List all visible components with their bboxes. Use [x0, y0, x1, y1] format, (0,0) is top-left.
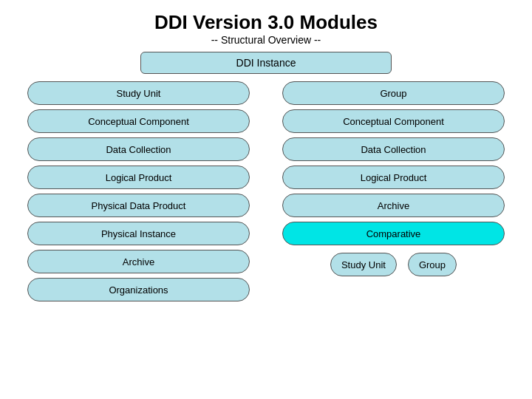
left-study-unit: Study Unit	[27, 81, 250, 105]
left-physical-data-product: Physical Data Product	[27, 194, 250, 217]
right-comparative: Comparative	[282, 222, 505, 245]
left-logical-product: Logical Product	[27, 166, 250, 189]
page-subtitle: -- Structural Overview --	[211, 34, 321, 46]
page-title: DDI Version 3.0 Modules	[154, 11, 378, 34]
left-physical-instance: Physical Instance	[27, 222, 250, 245]
ddi-instance-box: DDI Instance	[140, 52, 392, 74]
left-data-collection: Data Collection	[27, 137, 250, 161]
right-bottom-group: Group	[408, 253, 457, 276]
left-archive: Archive	[27, 250, 250, 273]
right-logical-product: Logical Product	[282, 166, 505, 189]
left-conceptual-component: Conceptual Component	[27, 109, 250, 133]
right-column: Group Conceptual Component Data Collecti…	[270, 81, 517, 276]
right-group: Group	[282, 81, 505, 105]
left-column: Study Unit Conceptual Component Data Col…	[15, 81, 262, 301]
right-bottom-row: Study Unit Group	[330, 253, 457, 276]
right-conceptual-component: Conceptual Component	[282, 109, 505, 133]
left-organizations: Organizations	[27, 278, 250, 301]
right-data-collection: Data Collection	[282, 137, 505, 161]
right-archive: Archive	[282, 194, 505, 217]
right-bottom-study-unit: Study Unit	[330, 253, 397, 276]
